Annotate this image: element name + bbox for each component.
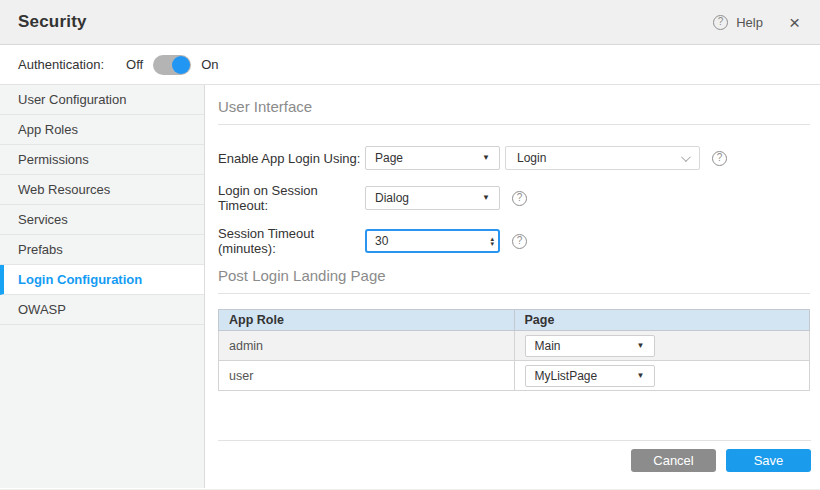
sidebar-item-login-configuration[interactable]: Login Configuration bbox=[0, 265, 204, 295]
session-timeout-row: Session Timeout (minutes): ▴▾ ? bbox=[218, 226, 810, 256]
table-row: admin Main ▼ bbox=[219, 331, 810, 361]
sidebar-item-label: Prefabs bbox=[18, 242, 63, 257]
login-type-select[interactable]: Page ▼ bbox=[365, 146, 500, 170]
settings-sidebar: User Configuration App Roles Permissions… bbox=[0, 85, 205, 488]
close-icon[interactable]: × bbox=[789, 13, 800, 32]
session-timeout-input[interactable] bbox=[365, 229, 500, 253]
sidebar-item-prefabs[interactable]: Prefabs bbox=[0, 235, 204, 265]
login-on-timeout-help-icon[interactable]: ? bbox=[512, 191, 527, 206]
security-dialog: Security ? Help × Authentication: Off On… bbox=[0, 0, 820, 490]
sidebar-item-app-roles[interactable]: App Roles bbox=[0, 115, 204, 145]
section-heading-user-interface: User Interface bbox=[218, 85, 810, 124]
table-row: user MyListPage ▼ bbox=[219, 361, 810, 391]
authentication-label: Authentication: bbox=[18, 57, 104, 72]
table-header-row: App Role Page bbox=[219, 310, 810, 331]
sidebar-item-label: App Roles bbox=[18, 122, 78, 137]
timeout-mode-value: Dialog bbox=[375, 191, 409, 205]
sidebar-item-label: User Configuration bbox=[18, 92, 126, 107]
help-link[interactable]: Help bbox=[736, 15, 763, 30]
sidebar-item-owasp[interactable]: OWASP bbox=[0, 295, 204, 325]
section-divider bbox=[218, 124, 810, 125]
section-divider bbox=[218, 293, 810, 294]
session-timeout-help-icon[interactable]: ? bbox=[512, 234, 527, 249]
login-type-value: Page bbox=[375, 151, 403, 165]
enable-app-login-label: Enable App Login Using: bbox=[218, 151, 365, 166]
admin-page-select[interactable]: Main ▼ bbox=[525, 335, 655, 357]
sidebar-item-user-configuration[interactable]: User Configuration bbox=[0, 85, 204, 115]
login-configuration-panel: User Interface Enable App Login Using: P… bbox=[205, 85, 820, 488]
sidebar-item-label: Login Configuration bbox=[18, 272, 142, 287]
admin-page-value: Main bbox=[535, 339, 561, 353]
number-spinner-icon[interactable]: ▴▾ bbox=[490, 231, 494, 251]
sidebar-item-label: Web Resources bbox=[18, 182, 110, 197]
post-login-landing-table: App Role Page admin Main ▼ bbox=[218, 309, 810, 391]
enable-app-login-help-icon[interactable]: ? bbox=[712, 151, 727, 166]
sidebar-item-services[interactable]: Services bbox=[0, 205, 204, 235]
caret-down-icon: ▼ bbox=[637, 342, 645, 350]
sidebar-item-web-resources[interactable]: Web Resources bbox=[0, 175, 204, 205]
user-page-value: MyListPage bbox=[535, 369, 598, 383]
caret-down-icon: ▼ bbox=[482, 194, 490, 202]
login-on-timeout-row: Login on Session Timeout: Dialog ▼ ? bbox=[218, 183, 810, 213]
sidebar-item-label: OWASP bbox=[18, 302, 66, 317]
session-timeout-field-wrap: ▴▾ bbox=[365, 229, 500, 253]
login-on-timeout-label: Login on Session Timeout: bbox=[218, 183, 365, 213]
chevron-down-icon bbox=[681, 152, 691, 162]
title-bar: Security ? Help × bbox=[0, 0, 820, 45]
footer-actions: Cancel Save bbox=[631, 449, 811, 472]
authentication-toggle[interactable] bbox=[153, 55, 191, 75]
footer-divider bbox=[218, 440, 811, 441]
authentication-bar: Authentication: Off On bbox=[0, 45, 820, 85]
toggle-knob-icon bbox=[172, 56, 190, 74]
app-role-cell: user bbox=[219, 361, 515, 391]
cancel-button[interactable]: Cancel bbox=[631, 449, 716, 472]
section-heading-post-login: Post Login Landing Page bbox=[218, 256, 810, 293]
page-title: Security bbox=[18, 12, 87, 32]
column-header-page: Page bbox=[514, 310, 810, 331]
column-header-app-role: App Role bbox=[219, 310, 515, 331]
sidebar-item-label: Permissions bbox=[18, 152, 89, 167]
sidebar-item-label: Services bbox=[18, 212, 68, 227]
user-page-select[interactable]: MyListPage ▼ bbox=[525, 365, 655, 387]
login-page-value: Login bbox=[517, 151, 546, 165]
enable-app-login-row: Enable App Login Using: Page ▼ Login ? bbox=[218, 146, 810, 170]
toggle-on-label: On bbox=[201, 57, 218, 72]
caret-down-icon: ▼ bbox=[482, 154, 490, 162]
help-icon[interactable]: ? bbox=[713, 15, 728, 30]
caret-down-icon: ▼ bbox=[637, 372, 645, 380]
save-button[interactable]: Save bbox=[726, 449, 811, 472]
session-timeout-label: Session Timeout (minutes): bbox=[218, 226, 365, 256]
toggle-off-label: Off bbox=[126, 57, 143, 72]
sidebar-item-permissions[interactable]: Permissions bbox=[0, 145, 204, 175]
app-role-cell: admin bbox=[219, 331, 515, 361]
login-page-combobox[interactable]: Login bbox=[505, 146, 700, 170]
timeout-mode-select[interactable]: Dialog ▼ bbox=[365, 186, 500, 210]
